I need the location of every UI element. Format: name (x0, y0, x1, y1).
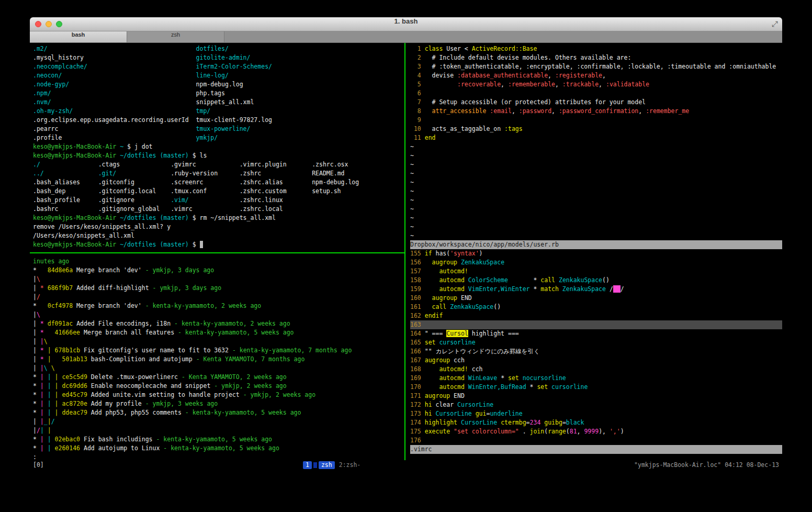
terminal-line: .vimrc (410, 445, 782, 454)
terminal-line: 5 :recoverable, :rememberable, :trackabl… (410, 80, 782, 89)
terminal-line: 4 devise :database_authenticatable, :reg… (410, 71, 782, 80)
terminal-line: 167 augroup cch (410, 356, 782, 365)
tmux-session-indicator: [0] (33, 460, 44, 470)
terminal-line: .node-gyp/ npm-debug.log (33, 80, 403, 89)
terminal-line: 158 autocmd ColorScheme * call ZenkakuSp… (410, 276, 782, 285)
terminal-line: 173 hi CursorLine gui=underline (410, 409, 782, 418)
tmux-pane-border-horizontal[interactable] (30, 252, 404, 253)
terminal-line: 162 endif (410, 311, 782, 320)
terminal-line: 171 augroup END (410, 392, 782, 400)
terminal-line: .profile ymkjp/ (33, 133, 403, 142)
terminal-line: 2 # Include default devise modules. Othe… (410, 53, 782, 62)
tab-label: bash (72, 31, 85, 38)
terminal-line: 176 (410, 436, 782, 445)
terminal-content: .m2/ dotfiles/.mysql_history gitolite-ad… (30, 43, 782, 470)
minimize-button[interactable] (46, 21, 52, 27)
window-title: 1. bash (30, 17, 782, 25)
terminal-line: 8 attr_accessible :email, :password, :pa… (410, 107, 782, 116)
window-titlebar[interactable]: 1. bash ⤢ (30, 17, 782, 31)
terminal-line: | * | 678b1cb Fix gitconfig's user name … (33, 346, 403, 355)
fullscreen-icon[interactable]: ⤢ (772, 19, 778, 29)
terminal-line: 159 autocmd VimEnter,WinEnter * match Ze… (410, 285, 782, 294)
terminal-line: .bash_profile .gitignore .vim/ .zshrc.li… (33, 196, 403, 205)
terminal-line: 161 call ZenkakuSpace() (410, 303, 782, 311)
tab-bash[interactable]: bash (30, 31, 127, 42)
terminal-line: keso@ymkjps-MacBook-Air ~/dotfiles (mast… (33, 214, 403, 222)
terminal-line: 170 autocmd WinEnter,BufRead * set curso… (410, 383, 782, 392)
terminal-line: | * df091ac Added File encodings, i18n -… (33, 319, 403, 328)
terminal-line: * | | | ce5c5d9 Delete .tmux-powerlinerc… (33, 373, 403, 382)
terminal-line: .npm/ php.tags (33, 89, 403, 98)
terminal-line: ~ (410, 151, 782, 160)
terminal-line: * | | | ddeac79 Add php53, php55 comment… (33, 408, 403, 417)
terminal-line: | |\ \ (33, 364, 403, 373)
terminal-line: | |_|/ (33, 417, 403, 426)
terminal-line: .mysql_history gitolite-admin/ (33, 53, 403, 62)
terminal-line: 168 autocmd! cch (410, 365, 782, 374)
terminal-line: : (33, 453, 403, 460)
terminal-line: * | | | ac8720e Add my profile - ymkjp, … (33, 399, 403, 408)
terminal-line: 9 (410, 116, 782, 125)
terminal-line: .pearrc tmux-powerline/ (33, 125, 403, 133)
terminal-line: 156 augroup ZenkakuSpace (410, 258, 782, 267)
terminal-line: |\ (33, 275, 403, 284)
terminal-line: ~ (410, 196, 782, 205)
terminal-line: .m2/ dotfiles/ (33, 44, 403, 53)
powerline-separator-icon (313, 462, 317, 468)
terminal-line: ~ (410, 222, 782, 231)
terminal-line: 175 execute "set colorcolumn=" . join(ra… (410, 427, 782, 436)
terminal-line: 3 # :token_authenticatable, :encryptable… (410, 62, 782, 71)
terminal-line: .bashrc .gitignore_global .vimrc .zshrc.… (33, 205, 403, 214)
terminal-line: inutes ago (33, 257, 403, 266)
terminal-line: |/ (33, 293, 403, 302)
terminal-line: .neocomplcache/ iTerm2-Color-Schemes/ (33, 62, 403, 71)
tab-zsh[interactable]: zsh (127, 31, 224, 42)
traffic-lights (35, 21, 62, 27)
terminal-line: ../ .git/ .ruby-version .zshrc README.md (33, 169, 403, 178)
terminal-line: keso@ymkjps-MacBook-Air ~ $ j dot (33, 142, 403, 151)
tmux-current-window-index: 1 (303, 461, 312, 469)
terminal-line: 157 autocmd! (410, 267, 782, 276)
terminal-line: remove /Users/keso/snippets_all.xml? y (33, 222, 403, 231)
terminal-line: 165 set cursorline (410, 338, 782, 347)
pane-vim-editor[interactable]: 1 class User < ActiveRecord::Base 2 # In… (410, 44, 782, 460)
terminal-line (410, 454, 782, 460)
terminal-line: * | | | ed45c79 Added unite.vim setting … (33, 391, 403, 399)
tab-label: zsh (171, 31, 180, 38)
close-button[interactable] (35, 21, 41, 27)
terminal-line: .neocon/ line-log/ (33, 71, 403, 80)
pane-bash-shell[interactable]: .m2/ dotfiles/.mysql_history gitolite-ad… (33, 44, 403, 252)
terminal-line: .bash_aliases .gitconfig .screenrc .zshr… (33, 178, 403, 187)
terminal-line: ~ (410, 169, 782, 178)
tmux-window-list: 1 zsh 2:zsh- (303, 461, 360, 469)
terminal-line: * | | e260146 Add autojump to Linux - ke… (33, 444, 403, 453)
tmux-other-window: 2:zsh- (339, 460, 361, 470)
terminal-line: ~ (410, 160, 782, 169)
terminal-line: 166 "" カレントウィンドウにのみ罫線を引く (410, 347, 782, 356)
terminal-line: 169 autocmd WinLeave * set nocursorline (410, 374, 782, 383)
terminal-line: 164 " === Cursol highlight === (410, 329, 782, 338)
terminal-line: ~ (410, 187, 782, 196)
terminal-line: * 0cf4978 Merge branch 'dev' - kenta-ky-… (33, 302, 403, 310)
terminal-line: 174 highlight CursorLine ctermbg=234 gui… (410, 418, 782, 427)
terminal-line: |/| | (33, 426, 403, 435)
terminal-line: ~ (410, 214, 782, 222)
terminal-line: Dropbox/workspace/nico/app/models/user.r… (410, 240, 782, 249)
tmux-pane-border-vertical[interactable] (404, 43, 405, 460)
terminal-line: | * 41666ee Merge branch all features - … (33, 328, 403, 337)
zoom-button[interactable] (56, 21, 62, 27)
terminal-line: ~ (410, 231, 782, 240)
pane-git-log[interactable]: inutes ago* 84d8e6a Merge branch 'dev' -… (33, 257, 403, 460)
terminal-line: 1 class User < ActiveRecord::Base (410, 44, 782, 53)
terminal-line: 163 (410, 320, 782, 329)
tmux-status-bar: [0] 1 zsh 2:zsh- "ymkjps-MacBook-Air.loc… (30, 460, 782, 470)
terminal-line: ~ (410, 142, 782, 151)
terminal-line: 11 end (410, 133, 782, 142)
terminal-line: | |\ (33, 337, 403, 346)
terminal-line: ~ (410, 178, 782, 187)
terminal-line: 6 (410, 89, 782, 98)
terminal-line: ~ (410, 205, 782, 214)
terminal-line: .bash_dep .gitconfig.local .tmux.conf .z… (33, 187, 403, 196)
terminal-line: keso@ymkjps-MacBook-Air ~/dotfiles (mast… (33, 240, 403, 249)
terminal-line: .oh-my-zsh/ tmp/ (33, 107, 403, 116)
